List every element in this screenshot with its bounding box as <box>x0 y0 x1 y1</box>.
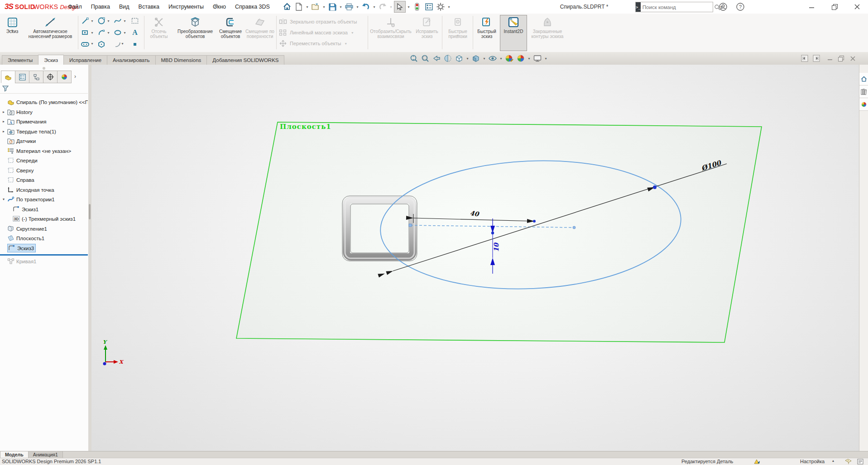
spline-caret-icon[interactable]: ▾ <box>123 19 127 23</box>
smart-dimension-button[interactable]: Автоматическое нанесение размеров ▾ <box>24 15 77 39</box>
doc-close-button[interactable] <box>848 54 858 63</box>
tree-item-front-plane[interactable]: Спереди <box>0 156 88 165</box>
edit-appearance-icon[interactable] <box>504 53 514 63</box>
tag-icon[interactable] <box>845 459 852 465</box>
apply-scene-caret-icon[interactable]: ▾ <box>527 57 531 61</box>
sketch-button[interactable]: Эскиз ▾ <box>2 15 23 34</box>
viewport-canvas[interactable]: Плоскость1 Ø100 40 10 <box>91 65 859 451</box>
tree-item-sweep[interactable]: ▾ По траектории1 <box>0 195 88 204</box>
slot-tool-icon[interactable] <box>81 40 90 49</box>
tree-item-sensors[interactable]: Датчики <box>0 136 88 146</box>
convert-entities-button[interactable]: Преобразование объектов <box>174 15 216 39</box>
tree-item-plane1[interactable]: Плоскость1 <box>0 233 88 243</box>
taskpane-home-button[interactable] <box>859 73 868 85</box>
tree-item-3d-sketch1[interactable]: 3D (-) Трехмерный эскиз1 <box>0 214 88 223</box>
menu-help-3ds[interactable]: Справка 3DS <box>230 4 274 10</box>
section-view-icon[interactable] <box>443 53 453 63</box>
tree-item-right-plane[interactable]: Справа <box>0 175 88 185</box>
display-style-caret-icon[interactable]: ▾ <box>482 57 486 61</box>
tree-item-sketch3[interactable]: Эскиз3 <box>0 243 88 253</box>
options-list-button[interactable] <box>423 1 434 12</box>
smart-dimension-caret-icon[interactable]: ▾ <box>48 33 53 38</box>
settings-gear-button[interactable] <box>435 1 446 12</box>
circle-tool-icon[interactable] <box>97 16 106 25</box>
tree-item-curve1[interactable]: Кривая1 <box>0 256 88 266</box>
user-account-icon[interactable] <box>716 0 730 14</box>
lasso-select-icon[interactable] <box>130 16 139 25</box>
status-settings[interactable]: Настройка <box>800 459 825 464</box>
new-document-caret-icon[interactable]: ▾ <box>305 5 309 9</box>
select-cursor-button[interactable] <box>394 1 406 13</box>
tree-item-material[interactable]: Материал <не указан> <box>0 146 88 156</box>
repair-sketch-button[interactable]: Исправить эскиз <box>413 15 441 39</box>
rebuild-button[interactable] <box>412 1 422 12</box>
graphics-area[interactable]: Плоскость1 Ø100 40 10 <box>91 65 859 451</box>
line-tool-icon[interactable] <box>81 16 90 25</box>
hide-show-caret-icon[interactable]: ▾ <box>499 57 503 61</box>
pane-left-button[interactable] <box>800 54 810 63</box>
tab-configuration-manager[interactable] <box>29 71 43 83</box>
linear-pattern-caret-icon[interactable]: ▾ <box>350 31 355 35</box>
tree-item-root[interactable]: Спираль (По умолчанию) <<По умол <box>0 97 88 107</box>
arc-tool-icon[interactable] <box>97 28 106 37</box>
settings-caret-icon[interactable]: ▾ <box>447 5 451 9</box>
width-dimension-label[interactable]: 40 <box>470 209 480 218</box>
surface-offset-button[interactable]: Смещение по поверхности <box>245 15 274 39</box>
fm-tabs-overflow-icon[interactable]: › <box>71 71 79 82</box>
tab-animation1[interactable]: Анимация1 <box>29 451 63 458</box>
minimize-button[interactable] <box>805 0 819 14</box>
tree-item-origin[interactable]: Исходная точка <box>0 185 88 195</box>
expand-arrow-icon[interactable]: ▸ <box>3 119 7 123</box>
quick-snaps-button[interactable]: Быстрые привязки ▾ <box>444 15 472 39</box>
spline-tool-icon[interactable] <box>113 16 122 25</box>
reference-plane-border[interactable] <box>236 122 762 342</box>
view-settings-caret-icon[interactable]: ▾ <box>544 57 548 61</box>
menu-file[interactable]: Файл <box>63 4 86 10</box>
rapid-sketch-button[interactable]: Быстрый эскиз <box>475 15 499 39</box>
menu-view[interactable]: Вид <box>115 4 134 10</box>
ellipse-caret-icon[interactable]: ▾ <box>123 31 127 35</box>
new-document-button[interactable] <box>293 1 304 12</box>
panel-collapse-handle[interactable] <box>43 67 45 70</box>
previous-view-icon[interactable] <box>432 53 441 63</box>
polygon-tool-icon[interactable] <box>97 40 106 49</box>
tab-mbd-dimensions[interactable]: MBD Dimensions <box>155 55 207 65</box>
tab-feature-tree[interactable] <box>1 71 15 83</box>
sketch-caret-icon[interactable]: ▾ <box>10 28 14 33</box>
tree-filter-bar[interactable] <box>0 83 88 94</box>
arc-caret-icon[interactable]: ▾ <box>106 31 110 35</box>
tab-solidworks-addins[interactable]: Добавления SOLIDWORKS <box>206 55 284 65</box>
open-caret-icon[interactable]: ▾ <box>322 5 326 9</box>
offset-dimension-label[interactable]: 10 <box>493 242 500 252</box>
chevron-up-icon[interactable]: ▴ <box>832 459 834 463</box>
restore-button[interactable] <box>828 0 841 14</box>
hide-show-items-icon[interactable] <box>488 53 498 63</box>
appearances-button[interactable] <box>859 98 868 111</box>
text-tool-icon[interactable]: A <box>130 28 139 37</box>
note-icon[interactable] <box>857 459 863 465</box>
menu-tools[interactable]: Инструменты <box>164 4 208 10</box>
slot-caret-icon[interactable]: ▾ <box>90 42 94 46</box>
shaded-contours-button[interactable]: Закрашенные контуры эскиза <box>528 15 567 39</box>
select-caret-icon[interactable]: ▾ <box>407 5 411 9</box>
menu-edit[interactable]: Правка <box>86 4 115 10</box>
tree-item-history[interactable]: ▸ History <box>0 107 88 117</box>
ellipse-tool-icon[interactable] <box>113 28 122 37</box>
expand-arrow-icon[interactable]: ▸ <box>3 110 7 114</box>
undo-button[interactable] <box>360 1 371 12</box>
pin-menu-icon[interactable] <box>213 3 219 9</box>
tab-repair[interactable]: Исправление <box>63 55 107 65</box>
doc-restore-button[interactable] <box>836 54 846 63</box>
tree-item-annotations[interactable]: ▸ A Примечания <box>0 117 88 126</box>
search-input[interactable] <box>641 5 714 10</box>
menu-insert[interactable]: Вставка <box>134 4 164 10</box>
instant2d-button[interactable]: Instant2D <box>500 15 527 51</box>
tree-item-top-plane[interactable]: Сверху <box>0 166 88 175</box>
expand-arrow-icon[interactable]: ▸ <box>3 129 7 133</box>
tree-item-sketch1[interactable]: Эскиз1 <box>0 204 88 214</box>
open-button[interactable] <box>310 1 321 12</box>
apply-scene-icon[interactable] <box>516 53 526 63</box>
tab-model[interactable]: Модель <box>0 451 29 458</box>
linear-pattern-button[interactable]: Линейный массив эскиза ▾ <box>279 28 355 37</box>
tab-property-manager[interactable] <box>15 71 29 83</box>
